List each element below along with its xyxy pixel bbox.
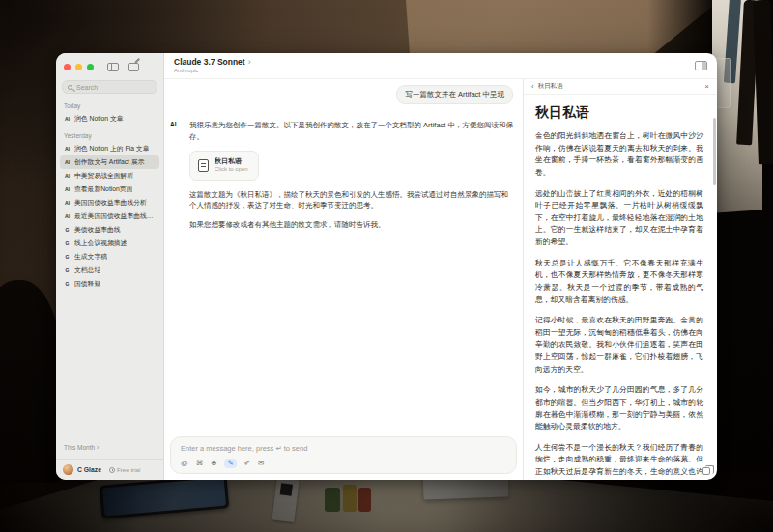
sidebar-item-label: 线上会议视频摘述	[74, 238, 127, 248]
avatar	[63, 464, 73, 475]
sidebar-item[interactable]: AI润色 Notion 文章	[60, 112, 159, 126]
anthropic-icon: AI	[64, 173, 71, 179]
gemini-icon: G	[64, 227, 71, 233]
new-chat-icon[interactable]	[128, 63, 139, 71]
sidebar-item[interactable]: G线上会议视频摘述	[60, 237, 159, 250]
artifact-card-title: 秋日私语	[215, 157, 248, 166]
composer-placeholder: Enter a message here, press ↵ to send	[181, 444, 506, 453]
trial-clock-icon	[109, 467, 115, 473]
artifact-card-subtitle: Click to open	[215, 166, 248, 174]
sidebar: Search TodayAI润色 Notion 文章YesterdayAI润色 …	[56, 53, 164, 480]
search-placeholder: Search	[76, 84, 98, 91]
window-controls	[56, 53, 163, 72]
chevron-right-icon: ›	[248, 57, 251, 67]
model-selector[interactable]: Claude 3.7 Sonnet› Anthropic	[174, 58, 251, 74]
sidebar-item[interactable]: AI最近美国国债收益率曲线检...	[60, 210, 159, 223]
artifact-panel: ‹ 秋日私语 × 秋日私语 金色的阳光斜斜地洒在窗台上，树叶在微风中沙沙作响，仿…	[523, 79, 717, 480]
globe-icon[interactable]: ⊕	[211, 460, 216, 467]
sidebar-item-label: 创作散文与 Artifact 展示	[74, 157, 145, 167]
sidebar-item-label: 美债收益率曲线	[74, 225, 121, 235]
model-name: Claude 3.7 Sonnet	[174, 57, 245, 67]
document-icon	[198, 159, 209, 172]
artifact-panel-toggle-icon[interactable]	[695, 61, 707, 70]
anthropic-icon: AI	[64, 116, 71, 122]
chat-column: 写一篇散文并在 Artifact 中呈现 AI 我很乐意为您创作一篇散文。以下是…	[164, 79, 523, 480]
sidebar-item-label: 中美贸易战全面解析	[74, 171, 133, 181]
sidebar-item-label: 查看最新Notion页面	[74, 184, 132, 194]
sidebar-toggle-icon[interactable]	[107, 63, 119, 71]
this-month-toggle[interactable]: This Month ›	[56, 436, 163, 459]
copy-icon[interactable]	[702, 467, 710, 475]
app-window: Search TodayAI润色 Notion 文章YesterdayAI润色 …	[56, 53, 717, 480]
command-icon[interactable]: ⌘	[196, 460, 204, 467]
back-chevron-icon[interactable]: ‹	[531, 82, 534, 91]
anthropic-icon: AI	[64, 200, 71, 206]
chat-messages[interactable]: 写一篇散文并在 Artifact 中呈现 AI 我很乐意为您创作一篇散文。以下是…	[164, 79, 523, 436]
artifact-paragraph: 秋天总是让人感慨万千。它不像春天那样充满生机，也不像夏天那样热情奔放，更不像冬天…	[535, 258, 703, 307]
artifact-title: 秋日私语	[535, 104, 703, 122]
artifact-paragraph: 远处的山峦披上了红黄相间的外衣，近处的梧桐树叶子已经开始零星飘落。一片枯叶从树梢…	[535, 188, 703, 249]
user-message-bubble: 写一篇散文并在 Artifact 中呈现	[396, 85, 513, 104]
sidebar-item[interactable]: AI查看最新Notion页面	[60, 182, 159, 196]
assistant-intro-text: 我很乐意为您创作一篇散文。以下是我创作的散文，放在了一个文档型的 Artifac…	[189, 120, 513, 142]
breadcrumb: 秋日私语	[538, 82, 563, 91]
sidebar-item-label: 文档总结	[74, 266, 100, 275]
artifact-paragraph: 记得小时候，最喜欢在秋天的田野里奔跑。金黄的稻田一望无际，沉甸甸的稻穗低垂着头，…	[535, 315, 703, 376]
artifact-paragraphs: 金色的阳光斜斜地洒在窗台上，树叶在微风中沙沙作响，仿佛在诉说着夏天的离去和秋天的…	[535, 130, 703, 480]
attachment-icon[interactable]: @	[181, 460, 188, 467]
assistant-body-text: 这篇散文题为《秋日私语》，描绘了秋天的景色和引发的人生感悟。我尝试通过对自然景象…	[189, 189, 513, 211]
gemini-icon: G	[64, 281, 71, 287]
sidebar-item-label: 国债释疑	[74, 279, 100, 289]
artifact-paragraph: 金色的阳光斜斜地洒在窗台上，树叶在微风中沙沙作响，仿佛在诉说着夏天的离去和秋天的…	[535, 130, 703, 180]
assistant-message: AI 我很乐意为您创作一篇散文。以下是我创作的散文，放在了一个文档型的 Arti…	[170, 120, 513, 230]
artifact-paragraph: 如今，城市的秋天少了几分田园的气息，多了几分都市的喧嚣。但当夕阳西下，华灯初上，…	[535, 384, 703, 434]
anthropic-logo-icon: AI	[170, 120, 184, 230]
artifact-paragraph: 人生何尝不是一个漫长的秋天？我们经历了青春的绚烂，走向成熟的稳重，最终迎来生命的…	[535, 442, 703, 480]
sidebar-item[interactable]: AI中美贸易战全面解析	[60, 169, 159, 182]
gemini-icon: G	[64, 240, 71, 246]
scrollbar-thumb[interactable]	[713, 118, 716, 185]
sidebar-item[interactable]: AI润色 Notion 上的 Fia 文章	[60, 142, 159, 155]
artifact-card[interactable]: 秋日私语 Click to open	[189, 151, 259, 180]
user-name: C Glaze	[77, 466, 101, 473]
style-icon[interactable]: ✎	[224, 459, 236, 469]
sidebar-item-label: 最近美国国债收益率曲线检...	[74, 211, 156, 221]
artifact-content[interactable]: 秋日私语 金色的阳光斜斜地洒在窗台上，树叶在微风中沙沙作响，仿佛在诉说着夏天的离…	[524, 95, 717, 480]
provider-name: Anthropic	[174, 68, 251, 74]
zoom-window-button[interactable]	[87, 64, 94, 70]
message-composer[interactable]: Enter a message here, press ↵ to send @⌘…	[170, 436, 517, 475]
composer-toolbar: @⌘⊕✎✐✉	[181, 459, 506, 469]
plan-badge: Free trial	[109, 466, 140, 473]
tools-icon[interactable]: ✐	[244, 460, 250, 467]
main-area: Claude 3.7 Sonnet› Anthropic 写一篇散文并在 Art…	[164, 53, 717, 480]
gemini-icon: G	[64, 254, 71, 260]
close-icon[interactable]: ×	[704, 82, 709, 91]
section-label: Yesterday	[60, 126, 159, 142]
sidebar-item[interactable]: G美债收益率曲线	[60, 223, 159, 237]
background-jar	[343, 485, 357, 512]
minimize-window-button[interactable]	[75, 64, 82, 70]
sidebar-item[interactable]: G文档总结	[60, 264, 159, 277]
sidebar-item[interactable]: G生成文字稿	[60, 250, 159, 264]
close-window-button[interactable]	[64, 64, 71, 70]
search-input[interactable]: Search	[62, 80, 157, 94]
user-account-row[interactable]: C Glaze Free trial	[56, 459, 163, 480]
anthropic-icon: AI	[64, 159, 71, 165]
sidebar-item[interactable]: AI美国国债收益率曲线分析	[60, 196, 159, 210]
prompt-icon[interactable]: ✉	[258, 460, 264, 467]
sidebar-item-label: 润色 Notion 上的 Fia 文章	[74, 144, 149, 154]
assistant-outro-text: 如果您想要修改或者有其他主题的散文需求，请随时告诉我。	[189, 219, 513, 231]
sidebar-item-label: 生成文字稿	[74, 252, 107, 262]
sidebar-item[interactable]: G国债释疑	[60, 277, 159, 291]
artifact-panel-header: ‹ 秋日私语 ×	[524, 79, 717, 95]
sidebar-sections: TodayAI润色 Notion 文章YesterdayAI润色 Notion …	[56, 94, 163, 436]
anthropic-icon: AI	[64, 186, 71, 192]
sidebar-item[interactable]: AI创作散文与 Artifact 展示	[60, 155, 159, 169]
chat-header: Claude 3.7 Sonnet› Anthropic	[164, 53, 717, 79]
screenshot-canvas: Search TodayAI润色 Notion 文章YesterdayAI润色 …	[0, 0, 773, 532]
background-jar	[325, 488, 340, 512]
anthropic-icon: AI	[64, 213, 71, 219]
search-icon	[68, 85, 72, 90]
section-label: Today	[60, 96, 159, 112]
background-jar	[358, 488, 371, 512]
